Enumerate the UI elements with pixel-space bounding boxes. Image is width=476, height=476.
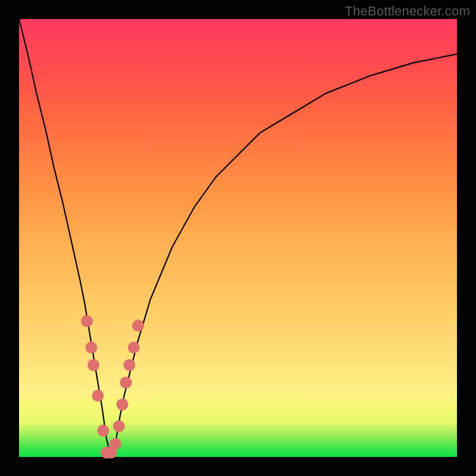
bottleneck-curve bbox=[19, 19, 457, 457]
chart-frame: TheBottlenecker.com bbox=[0, 0, 476, 476]
data-marker bbox=[128, 342, 140, 353]
data-marker bbox=[113, 420, 125, 432]
data-marker bbox=[81, 315, 93, 327]
data-marker bbox=[123, 359, 135, 371]
data-marker bbox=[92, 390, 104, 402]
data-marker bbox=[97, 425, 109, 437]
data-marker bbox=[109, 438, 121, 450]
plot-svg bbox=[19, 19, 457, 457]
data-marker bbox=[120, 377, 132, 389]
data-marker bbox=[85, 342, 97, 353]
data-marker bbox=[117, 399, 129, 411]
data-marker bbox=[87, 359, 99, 371]
plot-area bbox=[19, 19, 457, 457]
watermark-text: TheBottlenecker.com bbox=[345, 4, 470, 19]
data-marker bbox=[132, 320, 144, 331]
